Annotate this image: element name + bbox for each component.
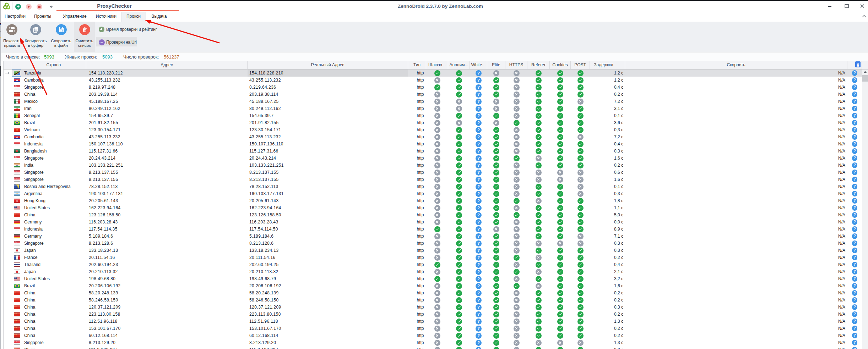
svg-text:URL: URL [99,41,104,44]
